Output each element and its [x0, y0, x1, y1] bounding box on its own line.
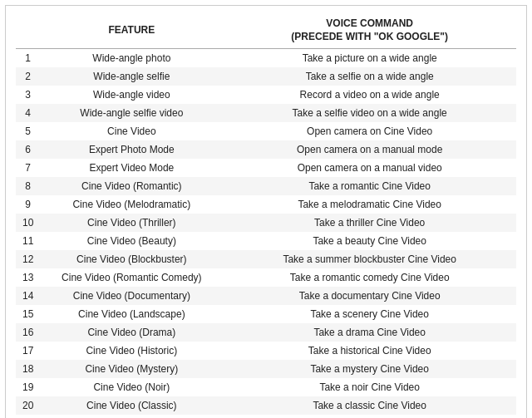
- table-row: 11Cine Video (Beauty)Take a beauty Cine …: [16, 232, 516, 250]
- row-feature: Cine Video (Beauty): [40, 232, 223, 250]
- table-row: 4Wide-angle selfie videoTake a selfie vi…: [16, 104, 516, 122]
- row-number: 18: [16, 360, 40, 378]
- table-header-row: FEATURE VOICE COMMAND (PRECEDE WITH "OK …: [16, 14, 516, 49]
- row-number: 16: [16, 323, 40, 342]
- table-row: 10Cine Video (Thriller)Take a thriller C…: [16, 214, 516, 232]
- row-number: 10: [16, 214, 40, 232]
- row-feature: Cine Video (Drama): [40, 323, 223, 342]
- row-number: 14: [16, 287, 40, 305]
- row-command: Take a melodramatic Cine Video: [223, 195, 516, 214]
- row-number: 15: [16, 305, 40, 323]
- row-feature: Cine Video (Classic): [40, 396, 223, 415]
- row-number: 13: [16, 268, 40, 287]
- table-row: 13Cine Video (Romantic Comedy)Take a rom…: [16, 268, 516, 287]
- table-row: 14Cine Video (Documentary)Take a documen…: [16, 287, 516, 305]
- row-command: Record a video on a wide angle: [223, 86, 516, 104]
- row-command: Take a summer blockbuster Cine Video: [223, 250, 516, 268]
- table-row: 5Cine VideoOpen camera on Cine Video: [16, 122, 516, 140]
- row-command: Open camera on Cine Video: [223, 122, 516, 140]
- row-feature: Expert Video Mode: [40, 159, 223, 177]
- row-command: Take a documentary Cine Video: [223, 287, 516, 305]
- row-feature: Cine Video (Thriller): [40, 214, 223, 232]
- table-row: 12Cine Video (Blockbuster)Take a summer …: [16, 250, 516, 268]
- row-feature: Wide-angle video: [40, 86, 223, 104]
- table-row: 18Cine Video (Mystery)Take a mystery Cin…: [16, 360, 516, 378]
- row-number: 7: [16, 159, 40, 177]
- row-number: 20: [16, 396, 40, 415]
- table-row: 1Wide-angle photoTake a picture on a wid…: [16, 49, 516, 68]
- row-command: Take a drama Cine Video: [223, 323, 516, 342]
- row-command: Take a thriller Cine Video: [223, 214, 516, 232]
- row-command: Take a beauty Cine Video: [223, 232, 516, 250]
- table-row: 15Cine Video (Landscape)Take a scenery C…: [16, 305, 516, 323]
- table-row: 2Wide-angle selfieTake a selfie on a wid…: [16, 67, 516, 86]
- row-feature: Wide-angle photo: [40, 49, 223, 68]
- row-feature: Cine Video (Noir): [40, 378, 223, 396]
- table-row: 9Cine Video (Melodramatic)Take a melodra…: [16, 195, 516, 214]
- row-number: 5: [16, 122, 40, 140]
- table-row: 8Cine Video (Romantic)Take a romantic Ci…: [16, 177, 516, 195]
- row-feature: Wide-angle selfie video: [40, 104, 223, 122]
- row-number: 17: [16, 342, 40, 360]
- row-command: Open camera on a manual mode: [223, 140, 516, 159]
- row-number: 4: [16, 104, 40, 122]
- row-feature: Cine Video (Flashback): [40, 415, 223, 418]
- col-number-header: [16, 14, 40, 49]
- main-table-container: FEATURE VOICE COMMAND (PRECEDE WITH "OK …: [5, 5, 527, 418]
- table-row: 3Wide-angle videoRecord a video on a wid…: [16, 86, 516, 104]
- row-number: 8: [16, 177, 40, 195]
- row-command: Take a scenery Cine Video: [223, 305, 516, 323]
- row-command: Take a historical Cine Video: [223, 342, 516, 360]
- row-number: 2: [16, 67, 40, 86]
- voice-command-table: FEATURE VOICE COMMAND (PRECEDE WITH "OK …: [16, 14, 516, 418]
- row-command: Take a selfie on a wide angle: [223, 67, 516, 86]
- table-body: 1Wide-angle photoTake a picture on a wid…: [16, 49, 516, 418]
- row-number: 1: [16, 49, 40, 68]
- row-feature: Cine Video (Mystery): [40, 360, 223, 378]
- row-feature: Cine Video (Melodramatic): [40, 195, 223, 214]
- row-command: Take a classic Cine Video: [223, 396, 516, 415]
- row-feature: Cine Video (Blockbuster): [40, 250, 223, 268]
- row-feature: Cine Video (Historic): [40, 342, 223, 360]
- row-feature: Expert Photo Mode: [40, 140, 223, 159]
- table-row: 20Cine Video (Classic)Take a classic Cin…: [16, 396, 516, 415]
- col-feature-header: FEATURE: [40, 14, 223, 49]
- row-command: Open camera on a manual video: [223, 159, 516, 177]
- col-voice-command-header: VOICE COMMAND (PRECEDE WITH "OK GOOGLE"): [223, 14, 516, 49]
- table-row: 21Cine Video (Flashback)Take a flashback…: [16, 415, 516, 418]
- row-feature: Wide-angle selfie: [40, 67, 223, 86]
- table-row: 7Expert Video ModeOpen camera on a manua…: [16, 159, 516, 177]
- row-number: 9: [16, 195, 40, 214]
- row-command: Take a picture on a wide angle: [223, 49, 516, 68]
- row-number: 3: [16, 86, 40, 104]
- row-number: 12: [16, 250, 40, 268]
- row-number: 11: [16, 232, 40, 250]
- table-row: 19Cine Video (Noir)Take a noir Cine Vide…: [16, 378, 516, 396]
- row-command: Take a romantic Cine Video: [223, 177, 516, 195]
- row-feature: Cine Video (Documentary): [40, 287, 223, 305]
- row-feature: Cine Video: [40, 122, 223, 140]
- row-feature: Cine Video (Romantic Comedy): [40, 268, 223, 287]
- table-row: 17Cine Video (Historic)Take a historical…: [16, 342, 516, 360]
- row-command: Take a romantic comedy Cine Video: [223, 268, 516, 287]
- row-feature: Cine Video (Romantic): [40, 177, 223, 195]
- table-row: 16Cine Video (Drama)Take a drama Cine Vi…: [16, 323, 516, 342]
- row-feature: Cine Video (Landscape): [40, 305, 223, 323]
- voice-command-line1: VOICE COMMAND: [326, 17, 413, 29]
- row-command: Take a selfie video on a wide angle: [223, 104, 516, 122]
- row-number: 21: [16, 415, 40, 418]
- row-command: Take a flashback Cine Video: [223, 415, 516, 418]
- row-number: 19: [16, 378, 40, 396]
- row-number: 6: [16, 140, 40, 159]
- row-command: Take a noir Cine Video: [223, 378, 516, 396]
- table-row: 6Expert Photo ModeOpen camera on a manua…: [16, 140, 516, 159]
- row-command: Take a mystery Cine Video: [223, 360, 516, 378]
- voice-command-line2: (PRECEDE WITH "OK GOOGLE"): [291, 31, 448, 42]
